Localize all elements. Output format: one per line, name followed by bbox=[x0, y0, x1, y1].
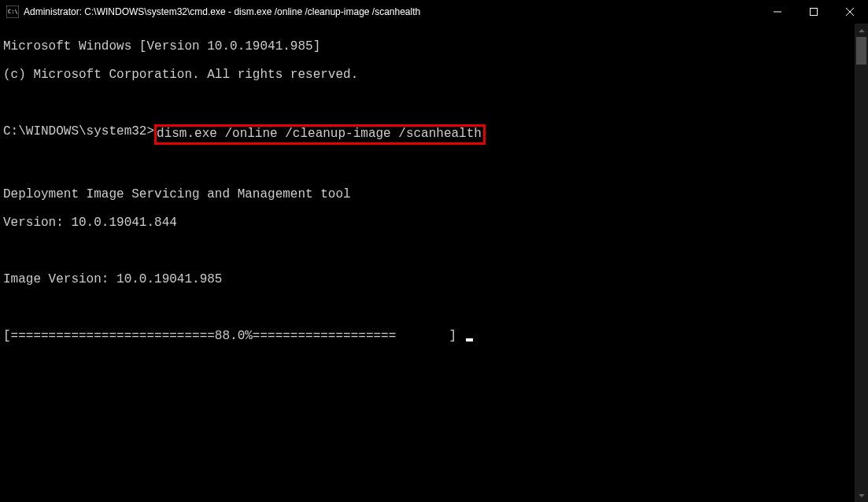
scrollbar-track[interactable] bbox=[855, 37, 868, 489]
command-highlight: dism.exe /online /cleanup-image /scanhea… bbox=[154, 124, 486, 145]
svg-marker-6 bbox=[859, 29, 865, 32]
progress-bar-text: [===========================88.0%=======… bbox=[3, 329, 464, 343]
output-blank bbox=[3, 301, 855, 315]
svg-rect-3 bbox=[811, 9, 818, 16]
cmd-icon: C:\ bbox=[6, 6, 19, 18]
svg-marker-7 bbox=[859, 494, 865, 497]
vertical-scrollbar[interactable] bbox=[855, 24, 868, 502]
output-line: Version: 10.0.19041.844 bbox=[3, 216, 855, 230]
scroll-down-arrow[interactable] bbox=[855, 489, 868, 502]
prompt-prefix: C:\WINDOWS\system32> bbox=[3, 124, 154, 138]
svg-text:C:\: C:\ bbox=[8, 9, 18, 15]
output-line: Microsoft Windows [Version 10.0.19041.98… bbox=[3, 39, 855, 54]
output-line: Image Version: 10.0.19041.985 bbox=[3, 272, 855, 286]
output-blank bbox=[3, 96, 855, 110]
cursor bbox=[466, 338, 473, 341]
window-titlebar: C:\ Administrator: C:\WINDOWS\system32\c… bbox=[0, 0, 868, 24]
output-blank bbox=[3, 244, 855, 258]
maximize-button[interactable] bbox=[796, 0, 832, 24]
terminal-output[interactable]: Microsoft Windows [Version 10.0.19041.98… bbox=[0, 24, 855, 502]
close-button[interactable] bbox=[832, 0, 868, 24]
window-controls bbox=[759, 0, 868, 24]
scrollbar-thumb[interactable] bbox=[856, 37, 866, 65]
scroll-up-arrow[interactable] bbox=[855, 24, 868, 37]
minimize-button[interactable] bbox=[759, 0, 796, 24]
progress-line: [===========================88.0%=======… bbox=[3, 329, 855, 343]
output-blank bbox=[3, 159, 855, 173]
window-title: Administrator: C:\WINDOWS\system32\cmd.e… bbox=[24, 6, 759, 17]
output-line: (c) Microsoft Corporation. All rights re… bbox=[3, 68, 855, 82]
output-line: Deployment Image Servicing and Managemen… bbox=[3, 187, 855, 201]
prompt-line: C:\WINDOWS\system32>dism.exe /online /cl… bbox=[3, 124, 855, 145]
